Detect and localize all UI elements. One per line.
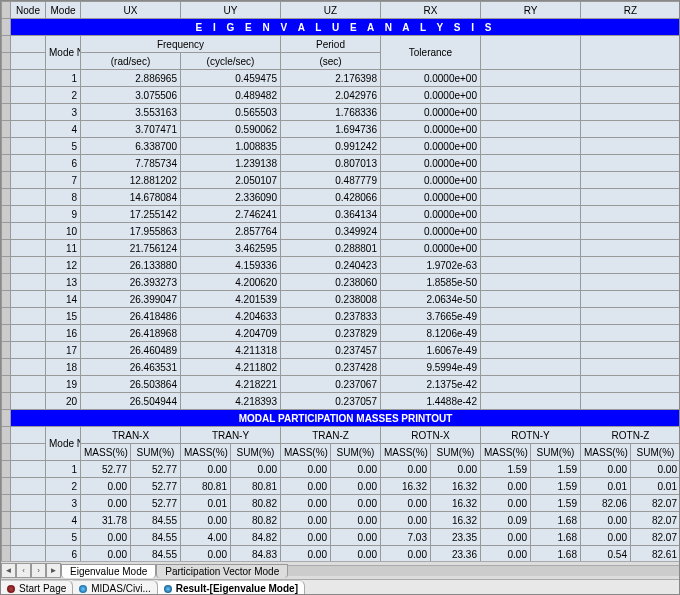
table-row[interactable]: 43.7074710.5900621.6947360.0000e+00 xyxy=(2,121,680,138)
phdr-tranx: TRAN-X xyxy=(81,427,181,444)
hdr-period: Period xyxy=(281,36,381,53)
bottom-tabs: Start Page MIDAS/Civi... Result-[Eigenva… xyxy=(1,579,679,595)
table-row[interactable]: 1121.7561243.4625950.2888010.0000e+00 xyxy=(2,240,680,257)
table-row[interactable]: 50.0084.554.0084.820.000.007.0323.350.00… xyxy=(2,529,680,546)
table-row[interactable]: 60.0084.550.0084.830.000.000.0023.360.00… xyxy=(2,546,680,562)
table-row[interactable]: 56.3387001.0088350.9912420.0000e+00 xyxy=(2,138,680,155)
result-icon xyxy=(164,585,172,593)
table-row[interactable]: 23.0755060.4894822.0429760.0000e+00 xyxy=(2,87,680,104)
col-ux[interactable]: UX xyxy=(81,2,181,19)
table-row[interactable]: 1626.4189684.2047090.2378298.1206e-49 xyxy=(2,325,680,342)
phdr-rotnz: ROTN-Z xyxy=(581,427,680,444)
table-row[interactable]: 1726.4604894.2113180.2374571.6067e-49 xyxy=(2,342,680,359)
btab-midas[interactable]: MIDAS/Civi... xyxy=(73,580,157,596)
phdr-rotny: ROTN-Y xyxy=(481,427,581,444)
table-row[interactable]: 1326.3932734.2006200.2380601.8585e-50 xyxy=(2,274,680,291)
hdr-cyclesec: (cycle/sec) xyxy=(181,53,281,70)
col-rx[interactable]: RX xyxy=(381,2,481,19)
table-row[interactable]: 2026.5049444.2183930.2370571.4488e-42 xyxy=(2,393,680,410)
tab-nav-next[interactable]: › xyxy=(31,563,46,578)
midas-icon xyxy=(79,585,87,593)
phdr-mode-no: Mode No xyxy=(46,427,81,461)
col-rz[interactable]: RZ xyxy=(581,2,680,19)
btab-result[interactable]: Result-[Eigenvalue Mode] xyxy=(158,580,305,596)
table-row[interactable]: 33.5531630.5655031.7683360.0000e+00 xyxy=(2,104,680,121)
phdr-mass: MASS(%) xyxy=(81,444,131,461)
table-row[interactable]: 1017.9558632.8577640.3499240.0000e+00 xyxy=(2,223,680,240)
start-page-icon xyxy=(7,585,15,593)
hdr-sec: (sec) xyxy=(281,53,381,70)
phdr-tranz: TRAN-Z xyxy=(281,427,381,444)
col-ry[interactable]: RY xyxy=(481,2,581,19)
table-row[interactable]: 712.8812022.0501070.4877790.0000e+00 xyxy=(2,172,680,189)
tab-nav-last[interactable]: ► xyxy=(46,563,61,578)
phdr-rotnx: ROTN-X xyxy=(381,427,481,444)
data-table: Node Mode UX UY UZ RX RY RZ E I G E N V … xyxy=(1,1,679,561)
col-mode[interactable]: Mode xyxy=(46,2,81,19)
table-row[interactable]: 152.7752.770.000.000.000.000.000.001.591… xyxy=(2,461,680,478)
col-uz[interactable]: UZ xyxy=(281,2,381,19)
tab-participation-vector[interactable]: Participation Vector Mode xyxy=(156,564,288,578)
table-row[interactable]: 917.2551422.7462410.3641340.0000e+00 xyxy=(2,206,680,223)
banner-eigenvalue: E I G E N V A L U E A N A L Y S I S xyxy=(11,19,680,36)
hdr-radsec: (rad/sec) xyxy=(81,53,181,70)
table-row[interactable]: 12.8869650.4594752.1763980.0000e+00 xyxy=(2,70,680,87)
banner-participation: MODAL PARTICIPATION MASSES PRINTOUT xyxy=(11,410,680,427)
table-row[interactable]: 1226.1338804.1593360.2404231.9702e-63 xyxy=(2,257,680,274)
table-row[interactable]: 67.7857341.2391380.8070130.0000e+00 xyxy=(2,155,680,172)
hdr-tolerance: Tolerance xyxy=(381,36,481,70)
btab-start-page[interactable]: Start Page xyxy=(1,580,73,596)
table-row[interactable]: 431.7884.550.0080.820.000.000.0016.320.0… xyxy=(2,512,680,529)
table-row[interactable]: 20.0052.7780.8180.810.000.0016.3216.320.… xyxy=(2,478,680,495)
table-row[interactable]: 1426.3990474.2015390.2380082.0634e-50 xyxy=(2,291,680,308)
tab-nav-first[interactable]: ◄ xyxy=(1,563,16,578)
hdr-mode-no: Mode No xyxy=(46,36,81,70)
sheet-tabs: ◄ ‹ › ► Eigenvalue Mode Participation Ve… xyxy=(1,561,679,579)
tab-nav-prev[interactable]: ‹ xyxy=(16,563,31,578)
table-row[interactable]: 30.0052.770.0180.820.000.000.0016.320.00… xyxy=(2,495,680,512)
phdr-trany: TRAN-Y xyxy=(181,427,281,444)
table-row[interactable]: 814.6780842.3360900.4280660.0000e+00 xyxy=(2,189,680,206)
phdr-sum: SUM(%) xyxy=(131,444,181,461)
hdr-frequency: Frequency xyxy=(81,36,281,53)
table-row[interactable]: 1826.4635314.2118020.2374289.5994e-49 xyxy=(2,359,680,376)
table-row[interactable]: 1926.5038644.2182210.2370672.1375e-42 xyxy=(2,376,680,393)
col-uy[interactable]: UY xyxy=(181,2,281,19)
col-node[interactable]: Node xyxy=(11,2,46,19)
tab-eigenvalue-mode[interactable]: Eigenvalue Mode xyxy=(61,564,156,578)
table-row[interactable]: 1526.4184864.2046330.2378333.7665e-49 xyxy=(2,308,680,325)
